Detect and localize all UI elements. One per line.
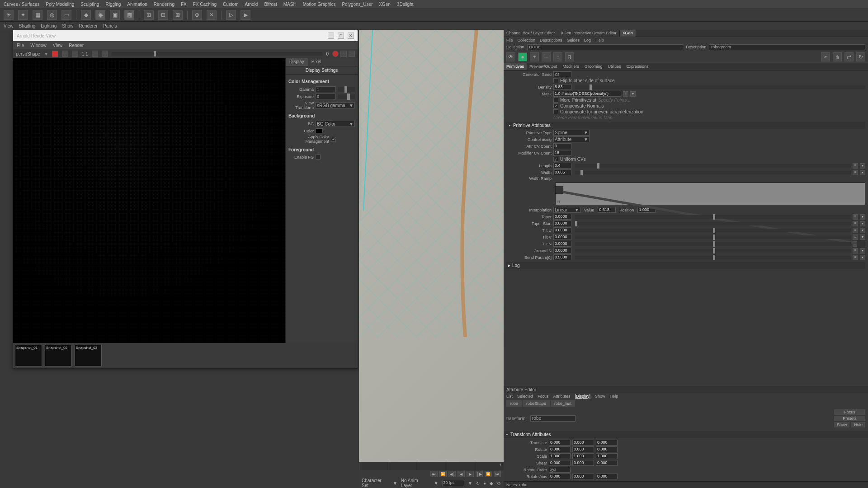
grid2-icon[interactable]: ⊟ (158, 10, 168, 20)
bp-slider[interactable] (575, 256, 851, 259)
an-slider[interactable] (575, 249, 851, 253)
ry-input[interactable]: 0.000 (572, 446, 594, 452)
tz-input[interactable]: 0.000 (596, 440, 618, 446)
primattr-section[interactable]: Primitive Attributes (506, 122, 865, 129)
grid3-icon[interactable]: ⊠ (173, 10, 183, 20)
moreprim-checkbox[interactable] (553, 98, 558, 103)
gamma-input[interactable]: 1 (316, 86, 336, 92)
stop-icon[interactable] (62, 51, 68, 57)
tab-grooming[interactable]: Grooming (582, 63, 605, 70)
acm-checkbox[interactable]: ✓ (331, 137, 336, 142)
gear-icon[interactable] (102, 51, 108, 57)
play-icon[interactable] (52, 51, 58, 57)
mcv-input[interactable]: 18 (553, 150, 571, 156)
snapshot-thumb[interactable]: Snapshot_02 (45, 345, 72, 366)
xg-desc[interactable]: Descriptions (540, 38, 562, 42)
menu-xgen[interactable]: XGen (379, 2, 391, 7)
menu-sculpt[interactable]: Sculpting (80, 2, 99, 7)
tstart-slider[interactable] (575, 222, 851, 225)
acv-input[interactable]: 3 (553, 143, 571, 149)
point-light-icon[interactable]: ✦ (18, 10, 28, 20)
material-icon[interactable]: ◆ (81, 10, 91, 20)
autokey-icon[interactable]: ● (483, 481, 486, 486)
presets-button[interactable]: Presets (834, 416, 865, 421)
camera-icon[interactable]: ▣ (110, 10, 120, 20)
ae-list[interactable]: List (506, 394, 513, 399)
genseed-input[interactable]: 23 (553, 71, 571, 77)
rv-view[interactable]: View (53, 43, 63, 48)
step-back-button[interactable]: ◀│ (448, 471, 456, 477)
go-end-button[interactable]: ⏭ (494, 471, 501, 477)
width-slider[interactable] (575, 171, 851, 174)
expr-icon[interactable]: ≡ (623, 91, 628, 97)
tab-expressions[interactable]: Expressions (624, 63, 651, 70)
ray-input[interactable]: 0.000 (572, 474, 594, 479)
step-back-key-button[interactable]: ⏪ (439, 471, 447, 477)
ptype-select[interactable]: Spline▼ (553, 130, 590, 136)
ae-focus[interactable]: Focus (538, 394, 549, 399)
snapshot-thumb[interactable]: Snapshot_03 (75, 345, 102, 366)
key-icon[interactable]: ◆ (490, 481, 493, 486)
menu-anim[interactable]: Animation (127, 2, 147, 7)
expr-icon[interactable]: ≡ (853, 170, 858, 175)
flip-icon[interactable]: ⇅ (565, 52, 574, 61)
vm-show[interactable]: Show (62, 23, 73, 28)
len-input[interactable]: 0.4 (553, 163, 571, 169)
exposure-slider[interactable] (338, 94, 355, 99)
gamma-slider[interactable] (338, 87, 355, 92)
vm-lighting[interactable]: Lighting (41, 23, 57, 28)
ty-input[interactable]: 0.000 (572, 440, 594, 446)
tab-preview[interactable]: Preview/Output (527, 63, 560, 70)
refresh-icon[interactable]: ↻ (856, 52, 865, 61)
tn-slider[interactable] (575, 242, 851, 246)
tab-xgen[interactable]: XGen (620, 30, 636, 37)
sy-input[interactable]: 1.000 (572, 453, 594, 459)
maximize-button[interactable]: □ (338, 33, 344, 39)
viewport[interactable] (359, 30, 504, 488)
play-back-button[interactable]: ◀ (458, 471, 465, 477)
ratio-label[interactable]: 1:1 (82, 52, 88, 56)
menu-polyuser[interactable]: Polygons_User (342, 2, 373, 7)
minimize-button[interactable]: — (328, 33, 334, 39)
area-light-icon[interactable]: ▭ (61, 10, 71, 20)
refresh-icon[interactable] (72, 51, 78, 57)
settings-icon[interactable] (349, 51, 355, 57)
charset-select[interactable]: Character Set (362, 478, 389, 488)
move-icon[interactable]: ↔ (542, 52, 551, 61)
coll-select[interactable]: ROBE (527, 44, 684, 50)
ro-select[interactable]: xyz (549, 467, 571, 473)
xg-file[interactable]: File (506, 38, 513, 42)
box-icon[interactable]: ▩ (124, 10, 134, 20)
menu-fxcache[interactable]: FX Caching (193, 2, 217, 7)
density-slider[interactable] (575, 85, 865, 89)
focus-button[interactable]: Focus (834, 409, 865, 415)
width-ramp[interactable]: R (555, 183, 865, 205)
tf-input[interactable]: robe (530, 415, 576, 422)
vt-select[interactable]: sRGB gamma▼ (316, 102, 355, 108)
save-icon[interactable] (92, 51, 98, 57)
globe-icon[interactable]: ◉ (95, 10, 105, 20)
rax-input[interactable]: 0.000 (549, 474, 571, 479)
ae-selected[interactable]: Selected (517, 394, 533, 399)
close-button[interactable]: ✕ (348, 33, 354, 39)
xg-log[interactable]: Log (584, 38, 591, 42)
fps-select[interactable]: 30 fps (442, 480, 464, 486)
grid1-icon[interactable]: ⊞ (144, 10, 154, 20)
render-icon[interactable]: ▷ (226, 10, 236, 20)
vm-view[interactable]: View (4, 23, 14, 28)
merge-icon[interactable]: 𝄐 (821, 52, 830, 61)
ae-tab-robe[interactable]: robe (506, 400, 522, 407)
tab-display[interactable]: Display (286, 58, 308, 66)
menu-render[interactable]: Rendering (154, 2, 175, 7)
exposure-input[interactable]: 0 (316, 94, 336, 99)
cusing-select[interactable]: Attribute▼ (553, 136, 590, 142)
tab-utilities[interactable]: Utilities (605, 63, 624, 70)
rv-window[interactable]: Window (30, 43, 47, 48)
add-guide-icon[interactable]: ＋ (530, 52, 539, 61)
eye-icon[interactable]: 👁 (506, 52, 515, 61)
raz-input[interactable]: 0.000 (596, 474, 618, 479)
xg-collection[interactable]: Collection (518, 38, 536, 42)
rz-input[interactable]: 0.000 (596, 446, 618, 452)
gear2-icon[interactable] (340, 51, 347, 57)
tab-modifiers[interactable]: Modifiers (560, 63, 582, 70)
